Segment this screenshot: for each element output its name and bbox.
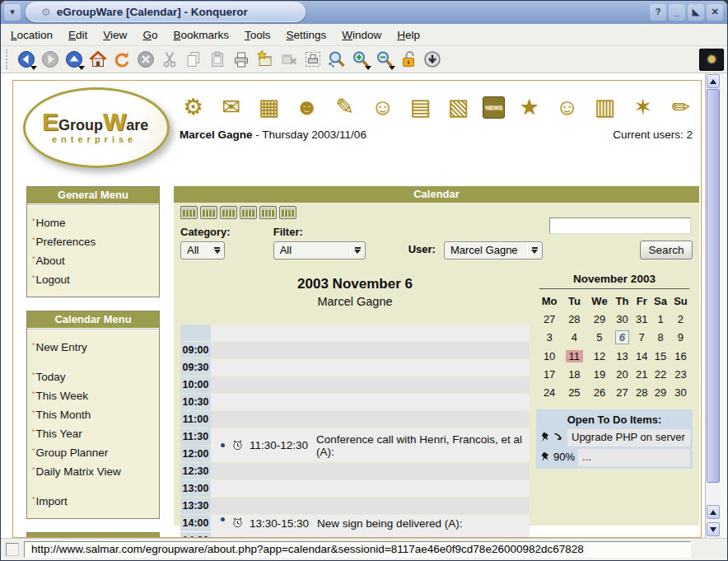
sidebar-item-this-month[interactable]: *This Month (32, 404, 154, 423)
time-slot[interactable] (211, 376, 530, 393)
sidebar-item-preferences[interactable]: *Preferences (32, 231, 154, 250)
scroll-down-button[interactable] (707, 522, 720, 536)
mini-calendar-day[interactable]: 22 (651, 365, 670, 383)
mini-calendar-day[interactable]: 29 (651, 383, 670, 401)
mini-calendar-day[interactable]: 2 (670, 310, 691, 328)
mini-calendar-day[interactable]: 9 (670, 328, 691, 347)
time-slot[interactable] (211, 325, 530, 341)
sidebar-item-today[interactable]: *Today (32, 367, 154, 386)
menu-tools[interactable]: Tools (245, 29, 271, 41)
zoom-in-icon[interactable] (349, 49, 371, 71)
sidebar-item-about[interactable]: *About (32, 250, 154, 269)
year-view-button[interactable] (240, 206, 257, 219)
bookmarks-icon[interactable]: ▧ (445, 92, 472, 122)
scroll-up-button[interactable] (707, 74, 720, 88)
todo-text[interactable]: Upgrade PHP on server (567, 429, 690, 446)
help-button[interactable]: ? (650, 4, 666, 21)
mini-calendar-day[interactable]: 23 (670, 365, 691, 383)
mini-calendar-day[interactable]: 14 (632, 347, 651, 365)
sidebar-item-import[interactable]: *Import (32, 491, 154, 510)
download-icon[interactable] (421, 49, 443, 71)
vertical-scrollbar[interactable] (705, 73, 721, 538)
search-button[interactable]: Search (640, 241, 693, 259)
sidebar-item-home[interactable]: *Home (32, 213, 154, 231)
time-slot[interactable] (211, 498, 530, 514)
time-slot[interactable] (211, 411, 530, 428)
mini-calendar-day[interactable]: 11 (561, 347, 587, 365)
infolog-icon[interactable]: ✎ (331, 92, 358, 122)
copy-icon[interactable] (182, 49, 204, 71)
planner-view-button[interactable] (259, 206, 277, 219)
mini-calendar-day[interactable]: 3 (538, 328, 561, 347)
titlebar[interactable]: ▾ ⚙ eGroupWare [Calendar] - Konqueror ?_… (1, 1, 727, 24)
mini-calendar-day[interactable]: 27 (611, 383, 632, 401)
kde-throbber-icon[interactable]: ✹ (699, 49, 724, 71)
scrollbar-thumb[interactable] (707, 89, 720, 483)
messenger-icon[interactable]: ☺ (369, 92, 396, 122)
calendar-event[interactable]: 13:30-15:30New sign being delivered (A): (211, 515, 530, 538)
time-slot[interactable] (211, 463, 530, 479)
mini-calendar-day[interactable]: 6 (611, 328, 632, 347)
mini-calendar-day[interactable]: 21 (632, 365, 651, 383)
day-view-button[interactable] (180, 206, 198, 219)
mini-calendar-day[interactable]: 17 (538, 365, 561, 383)
time-slot[interactable] (211, 342, 530, 358)
mini-calendar-day[interactable]: 18 (561, 365, 587, 383)
mini-calendar-day[interactable]: 20 (611, 365, 632, 383)
mini-calendar-day[interactable]: 19 (588, 365, 612, 383)
menu-window[interactable]: Window (342, 29, 381, 41)
mini-calendar-day[interactable]: 28 (632, 383, 651, 401)
news-icon[interactable]: NEWS (483, 96, 505, 119)
addressbook-icon[interactable]: ☻ (293, 92, 320, 122)
sidebar-item-group-planner[interactable]: *Group Planner (32, 442, 154, 461)
mini-calendar-day[interactable]: 10 (538, 347, 561, 365)
zoom-icon[interactable] (325, 49, 348, 71)
mini-calendar-day[interactable]: 25 (561, 383, 587, 401)
mini-calendar-day[interactable]: 8 (651, 328, 670, 347)
mini-calendar-day[interactable]: 24 (538, 383, 561, 401)
sidebar-item-logout[interactable]: *Logout (32, 269, 154, 288)
bugs-icon[interactable]: ✶ (629, 92, 656, 122)
menu-settings[interactable]: Settings (286, 29, 326, 41)
mini-calendar-day[interactable]: 7 (632, 328, 651, 347)
search-input[interactable] (549, 217, 691, 234)
sidebar-item-this-week[interactable]: *This Week (32, 386, 154, 404)
notes-icon[interactable]: ✏ (667, 92, 694, 122)
time-slot[interactable] (211, 480, 530, 497)
scroll-up-button-bottom[interactable] (707, 505, 720, 519)
mini-calendar-day[interactable]: 5 (588, 328, 612, 347)
mini-calendar-day[interactable]: 1 (651, 310, 670, 328)
category-select[interactable]: All (180, 241, 225, 259)
mini-calendar-day[interactable]: 31 (632, 310, 651, 328)
close-window-icon[interactable] (278, 49, 300, 71)
back-icon[interactable] (15, 49, 37, 71)
security-icon[interactable] (397, 49, 419, 71)
minimize-button[interactable]: _ (669, 4, 685, 21)
toolbar-grip[interactable] (6, 49, 9, 69)
up-icon[interactable] (63, 49, 85, 71)
email-icon[interactable]: ✉ (217, 92, 245, 122)
week-view-button[interactable] (200, 206, 217, 219)
home-icon[interactable] (86, 49, 109, 71)
menu-go[interactable]: Go (142, 29, 157, 41)
calendar-event[interactable]: 11:30-12:30Conference call with Henri, F… (211, 428, 530, 462)
mini-calendar-day[interactable]: 27 (538, 310, 561, 328)
mini-calendar-day[interactable]: 30 (670, 383, 691, 401)
month-view-button[interactable] (220, 206, 237, 219)
mini-calendar-day[interactable]: 4 (561, 328, 587, 347)
mini-calendar-day[interactable]: 30 (611, 310, 632, 328)
mini-calendar-day[interactable]: 15 (651, 347, 670, 365)
new-window-icon[interactable] (254, 49, 276, 71)
todo-item[interactable]: Upgrade PHP on server (539, 429, 690, 446)
calendar-icon[interactable]: ▦ (255, 92, 282, 122)
admin-icon[interactable]: ⚙ (180, 92, 207, 122)
filemanager-icon[interactable]: ▤ (407, 92, 434, 122)
sidebar-item-daily-matrix-view[interactable]: *Daily Matrix View (32, 461, 154, 480)
mini-calendar-day[interactable]: 16 (670, 347, 691, 365)
time-slot[interactable] (211, 394, 530, 410)
menu-help[interactable]: Help (397, 29, 420, 41)
stats-icon[interactable]: ▥ (591, 92, 618, 122)
close-button[interactable]: ✕ (707, 4, 723, 21)
print-frame-icon[interactable] (301, 49, 324, 71)
forum-icon[interactable]: ☺ (553, 92, 581, 122)
